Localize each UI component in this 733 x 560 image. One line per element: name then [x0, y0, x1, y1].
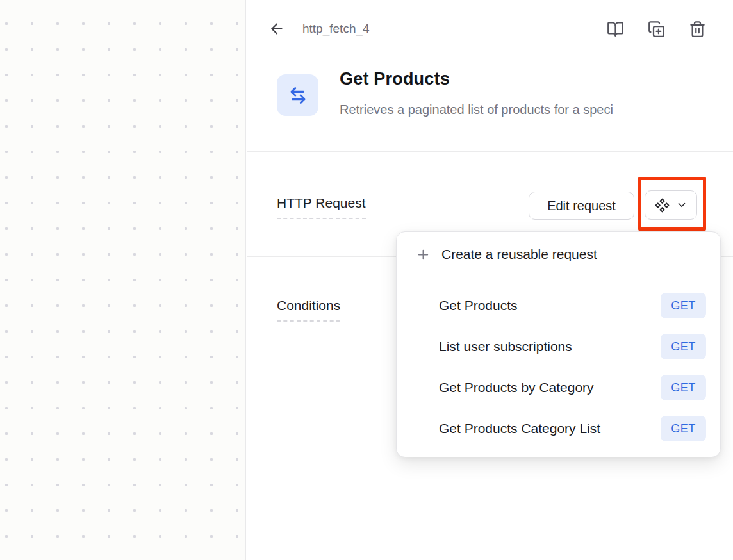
docs-button[interactable] [606, 20, 624, 38]
create-reusable-request-label: Create a reusable request [441, 247, 597, 262]
duplicate-button[interactable] [647, 20, 665, 38]
section-divider [247, 151, 733, 152]
arrows-left-right-icon [287, 85, 309, 106]
request-item-get-products[interactable]: Get Products GET [397, 285, 720, 326]
reusable-request-dropdown-menu: Create a reusable request Get Products G… [396, 231, 721, 457]
request-item-label: Get Products Category List [439, 421, 600, 436]
http-method-badge: GET [661, 416, 706, 441]
plus-icon [416, 247, 431, 262]
reusable-request-dropdown-button[interactable] [645, 190, 697, 220]
request-item-get-products-category-list[interactable]: Get Products Category List GET [397, 408, 720, 449]
request-item-label: Get Products by Category [439, 380, 594, 395]
flow-canvas[interactable] [0, 0, 246, 560]
component-diamonds-icon [654, 197, 670, 213]
node-description: Retrieves a paginated list of products f… [340, 103, 733, 117]
node-inspector-panel: http_fetch_4 [247, 0, 733, 560]
http-request-label[interactable]: HTTP Request [277, 195, 366, 219]
delete-button[interactable] [688, 20, 706, 38]
request-item-label: List user subscriptions [439, 339, 572, 354]
http-method-badge: GET [661, 334, 706, 359]
reusable-request-list: Get Products GET List user subscriptions… [397, 277, 720, 457]
back-button[interactable] [268, 20, 286, 38]
edit-request-button[interactable]: Edit request [529, 192, 634, 220]
conditions-label[interactable]: Conditions [277, 298, 340, 322]
header-actions [606, 20, 706, 38]
request-item-get-products-by-category[interactable]: Get Products by Category GET [397, 367, 720, 408]
request-item-label: Get Products [439, 298, 518, 313]
chevron-down-icon [676, 199, 688, 211]
arrow-left-icon [268, 21, 285, 37]
book-open-icon [607, 21, 624, 38]
copy-plus-icon [648, 21, 665, 38]
node-title: Get Products [340, 69, 450, 89]
node-id-label: http_fetch_4 [302, 22, 370, 36]
http-method-badge: GET [661, 293, 706, 318]
create-reusable-request-item[interactable]: Create a reusable request [397, 232, 720, 277]
http-method-badge: GET [661, 375, 706, 400]
request-item-list-user-subscriptions[interactable]: List user subscriptions GET [397, 326, 720, 367]
trash-icon [689, 21, 706, 38]
node-type-icon-tile [277, 74, 318, 116]
